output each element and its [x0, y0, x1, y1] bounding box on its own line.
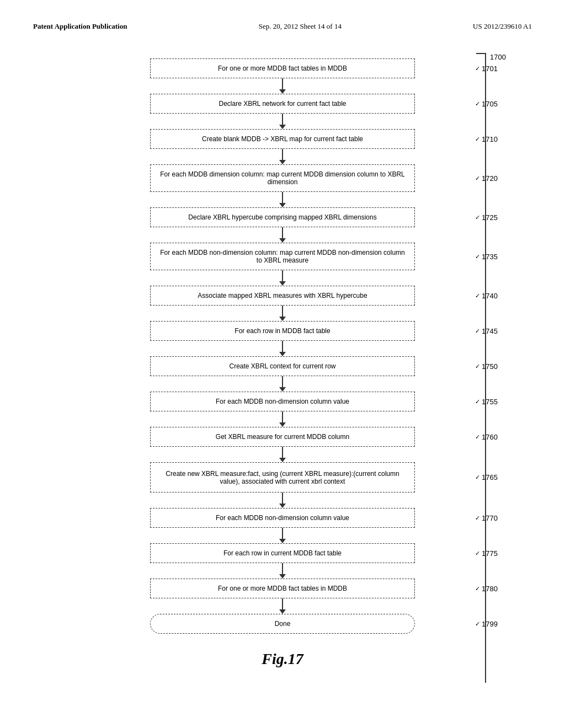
step-label-4: ✓ 1720 [475, 174, 498, 183]
step-row-9: Create XBRL context for current row ✓ 17… [117, 356, 448, 376]
arrow-6 [279, 270, 286, 286]
step-box-3: Create blank MDDB -> XBRL map for curren… [150, 129, 415, 149]
figure-caption: Fig.17 [33, 650, 532, 668]
arrow-9 [279, 376, 286, 392]
arrow-15 [279, 598, 286, 614]
arrow-11 [279, 447, 286, 462]
step-label-10: ✓ 1755 [475, 398, 498, 406]
step-row-10: For each MDDB non-dimension column value… [117, 392, 448, 411]
arrow-1 [279, 78, 286, 94]
step-row-1: For one or more MDDB fact tables in MDDB… [117, 58, 448, 78]
step-box-14: For each row in current MDDB fact table [150, 543, 415, 563]
step-row-11: Get XBRL measure for current MDDB column… [117, 427, 448, 447]
step-label-8: ✓ 1745 [475, 327, 498, 335]
step-row-14: For each row in current MDDB fact table … [117, 543, 448, 563]
step-label-5: ✓ 1725 [475, 213, 498, 222]
arrow-3 [279, 149, 286, 164]
step-label-6: ✓ 1735 [475, 253, 498, 261]
step-box-16: Done [150, 614, 415, 634]
step-label-15: ✓ 1780 [475, 585, 498, 593]
step-row-3: Create blank MDDB -> XBRL map for curren… [117, 129, 448, 149]
arrow-10 [279, 411, 286, 427]
step-label-2: ✓ 1705 [475, 100, 498, 108]
page: Patent Application Publication Sep. 20, … [0, 0, 565, 728]
flow-steps: For one or more MDDB fact tables in MDDB… [117, 58, 448, 634]
arrow-13 [279, 528, 286, 543]
step-label-12: ✓ 1765 [475, 473, 498, 481]
step-row-13: For each MDDB non-dimension column value… [117, 508, 448, 528]
header-right: US 2012/239610 A1 [473, 22, 532, 31]
step-row-12: Create new XBRL measure:fact, using (cur… [117, 462, 448, 493]
step-row-8: For each row in MDDB fact table ✓ 1745 [117, 321, 448, 341]
arrow-4 [279, 192, 286, 207]
step-row-5: Declare XBRL hypercube comprising mapped… [117, 207, 448, 227]
step-label-13: ✓ 1770 [475, 514, 498, 522]
step-label-3: ✓ 1710 [475, 135, 498, 143]
step-box-5: Declare XBRL hypercube comprising mapped… [150, 207, 415, 227]
step-label-14: ✓ 1775 [475, 549, 498, 558]
step-box-8: For each row in MDDB fact table [150, 321, 415, 341]
step-box-6: For each MDDB non-dimension column: map … [150, 243, 415, 270]
step-box-12: Create new XBRL measure:fact, using (cur… [150, 462, 415, 493]
arrow-8 [279, 341, 286, 356]
step-row-6: For each MDDB non-dimension column: map … [117, 243, 448, 270]
arrow-12 [279, 493, 286, 508]
step-label-16: ✓ 1799 [475, 620, 498, 628]
step-row-2: Declare XBRL network for current fact ta… [117, 94, 448, 114]
step-box-4: For each MDDB dimension column: map curr… [150, 164, 415, 192]
header-center: Sep. 20, 2012 Sheet 14 of 14 [259, 22, 342, 31]
arrow-5 [279, 227, 286, 243]
step-row-7: Associate mapped XBRL measures with XBRL… [117, 286, 448, 306]
step-box-9: Create XBRL context for current row [150, 356, 415, 376]
flowchart: 1700 For one or more MDDB fact tables in… [33, 58, 532, 634]
step-label-1: ✓ 1701 [475, 65, 498, 73]
step-box-13: For each MDDB non-dimension column value [150, 508, 415, 528]
step-box-2: Declare XBRL network for current fact ta… [150, 94, 415, 114]
step-label-7: ✓ 1740 [475, 292, 498, 300]
step-label-9: ✓ 1750 [475, 362, 498, 371]
page-header: Patent Application Publication Sep. 20, … [33, 22, 532, 31]
step-row-15: For one or more MDDB fact tables in MDDB… [117, 579, 448, 598]
header-left: Patent Application Publication [33, 22, 127, 31]
step-box-1: For one or more MDDB fact tables in MDDB [150, 58, 415, 78]
step-row-16: Done ✓ 1799 [117, 614, 448, 634]
outer-label: 1700 [490, 53, 506, 61]
arrow-7 [279, 306, 286, 321]
step-box-15: For one or more MDDB fact tables in MDDB [150, 579, 415, 598]
step-box-7: Associate mapped XBRL measures with XBRL… [150, 286, 415, 306]
step-box-11: Get XBRL measure for current MDDB column [150, 427, 415, 447]
arrow-2 [279, 114, 286, 129]
step-box-10: For each MDDB non-dimension column value [150, 392, 415, 411]
step-row-4: For each MDDB dimension column: map curr… [117, 164, 448, 192]
step-label-11: ✓ 1760 [475, 433, 498, 441]
arrow-14 [279, 563, 286, 579]
